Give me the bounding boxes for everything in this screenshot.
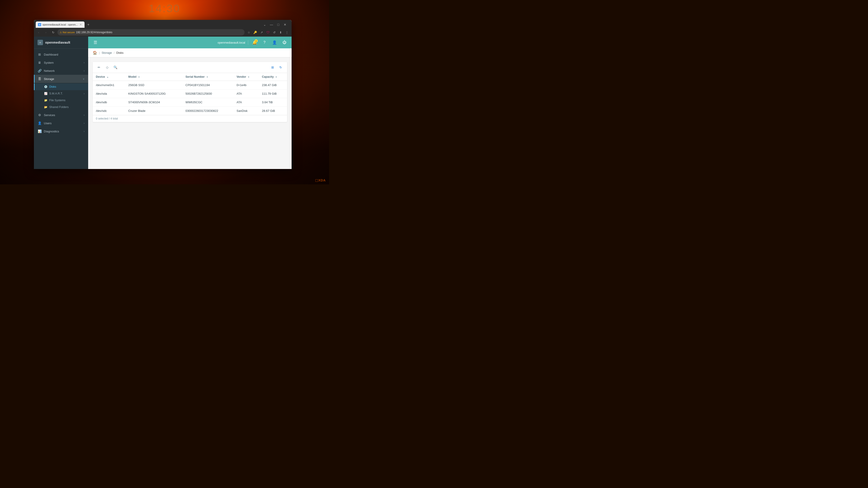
sidebar-subitem-disks[interactable]: 💿 Disks (34, 84, 88, 90)
sidebar-subitem-shared-folders[interactable]: 📂 Shared Folders (34, 104, 88, 110)
network-arrow-icon: › (84, 69, 85, 72)
hostname-label: openmediavault.local (218, 41, 245, 44)
tab-favicon: 🖥 (38, 23, 41, 26)
disks-table: Device ▲ Model ⇕ Serial Number ⇕ Vendor … (93, 73, 287, 115)
table-row[interactable]: /dev/sdc Cruzer Blade 030002260317230308… (93, 107, 287, 115)
sidebar-item-dashboard-label: Dashboard (44, 53, 85, 56)
sidebar-item-network-label: Network (44, 69, 81, 72)
panel-status: 0 selected / 4 total (93, 115, 287, 122)
notification-badge: 1 (254, 39, 258, 42)
cell-serial-2: WW635CGC (182, 98, 234, 107)
cell-vendor-2: ATA (233, 98, 258, 107)
history-button[interactable]: ↺ (271, 29, 277, 35)
back-button[interactable]: ‹ (36, 29, 41, 35)
user-button[interactable]: 👤 (271, 39, 278, 46)
col-vendor[interactable]: Vendor ⇕ (233, 73, 258, 81)
share-button[interactable]: ↗ (258, 29, 265, 35)
disks-panel: ✏ ◇ 🔍 ⊞ ↻ Device ▲ Model ⇕ S (93, 62, 287, 122)
cell-capacity-0: 238.47 GiB (259, 81, 287, 90)
users-icon: 👤 (37, 121, 41, 125)
sidebar-item-storage[interactable]: 🗄 Storage ∨ (34, 75, 88, 83)
cell-model-0: 256GB SSD (125, 81, 182, 90)
diagnostics-arrow-icon: › (84, 130, 85, 133)
sidebar-item-system[interactable]: 🖥 System › (34, 59, 88, 67)
forward-button[interactable]: › (43, 29, 49, 35)
reload-button[interactable]: ↻ (50, 29, 56, 35)
sidebar-subitem-shared-folders-label: Shared Folders (49, 105, 68, 109)
col-device[interactable]: Device ▲ (93, 73, 125, 81)
key-icon[interactable]: 🔑 (252, 29, 258, 35)
disks-icon: 💿 (44, 85, 48, 89)
panel-toolbar: ✏ ◇ 🔍 ⊞ ↻ (93, 62, 287, 73)
sidebar-item-network[interactable]: 🔗 Network › (34, 67, 88, 75)
active-tab[interactable]: 🖥 openmediavault.local - openm... ✕ (36, 22, 85, 28)
table-row[interactable]: /dev/sda KINGSTON SA400S37120G 50026B728… (93, 90, 287, 98)
help-button[interactable]: ? (261, 39, 268, 46)
address-input[interactable]: ⚠ Not secure 192.168.29.92/#/storage/dis… (57, 29, 245, 35)
search-button[interactable]: 🔍 (112, 64, 119, 71)
security-icon: ⚠ Not secure (60, 31, 74, 34)
edit-button[interactable]: ✏ (95, 64, 103, 71)
breadcrumb-storage[interactable]: Storage (101, 51, 112, 55)
col-model[interactable]: Model ⇕ (125, 73, 182, 81)
shared-folders-icon: 📂 (44, 105, 48, 109)
sidebar-subitem-filesystems-label: File Systems (49, 99, 66, 102)
window-controls: ⌄ — □ ✕ (262, 22, 290, 28)
sort-device-icon: ▲ (107, 76, 109, 78)
notifications-button[interactable]: 🔔 1 (251, 39, 258, 46)
grid-view-button[interactable]: ⊞ (269, 64, 276, 71)
sidebar-item-system-label: System (44, 61, 81, 64)
power-button[interactable]: ⏻ (281, 39, 288, 46)
desktop-clock: 14:30 (149, 2, 180, 15)
main-content: ☰ openmediavault.local 🔔 1 ? 👤 ⏻ 🏠 | Sto… (88, 37, 291, 169)
erase-button[interactable]: ◇ (103, 64, 111, 71)
menu-toggle-button[interactable]: ☰ (92, 39, 99, 46)
bookmark-button[interactable]: ☆ (246, 29, 252, 35)
breadcrumb: 🏠 | Storage / Disks (88, 48, 291, 57)
close-button[interactable]: ✕ (282, 22, 288, 28)
sidebar-subitem-smart[interactable]: 📈 S.M.A.R.T. › (34, 90, 88, 97)
table-body: /dev/nvme0n1 256GB SSD CP041BY1501194 0×… (93, 81, 287, 115)
breadcrumb-sep-1: | (99, 51, 100, 55)
tab-close-button[interactable]: ✕ (79, 23, 82, 26)
downloads-button[interactable]: ⬇ (278, 29, 283, 35)
sidebar-item-dashboard[interactable]: ⊞ Dashboard (34, 51, 88, 59)
cell-vendor-1: ATA (233, 90, 258, 98)
table-row[interactable]: /dev/sdb ST4000VN006-3CW104 WW635CGC ATA… (93, 98, 287, 107)
browser-actions: ☆ 🔑 ↗ 🛡 ↺ ⬇ ⋮ (246, 29, 290, 35)
col-serial[interactable]: Serial Number ⇕ (182, 73, 234, 81)
sidebar: ≡ openmediavault ⊞ Dashboard 🖥 System › … (34, 37, 88, 169)
table-row[interactable]: /dev/nvme0n1 256GB SSD CP041BY1501194 0×… (93, 81, 287, 90)
cell-serial-3: 03000226031723030822 (182, 107, 234, 115)
sidebar-item-users[interactable]: 👤 Users › (34, 119, 88, 127)
refresh-button[interactable]: ↻ (277, 64, 284, 71)
col-capacity[interactable]: Capacity ⇕ (259, 73, 287, 81)
dashboard-icon: ⊞ (37, 53, 41, 57)
breadcrumb-home-icon[interactable]: 🏠 (93, 51, 97, 55)
maximize-button[interactable]: □ (275, 22, 281, 28)
browser-chrome: 🖥 openmediavault.local - openm... ✕ + ⌄ … (34, 20, 291, 37)
storage-icon: 🗄 (37, 77, 41, 81)
sidebar-item-services[interactable]: ⚙ Services › (34, 111, 88, 119)
services-icon: ⚙ (37, 113, 41, 117)
sidebar-subitem-filesystems[interactable]: 📁 File Systems (34, 97, 88, 104)
content-area: ✏ ◇ 🔍 ⊞ ↻ Device ▲ Model ⇕ S (88, 57, 291, 169)
sort-capacity-icon: ⇕ (275, 76, 277, 78)
tab-list-button[interactable]: ⌄ (262, 22, 268, 28)
cell-vendor-0: 0×1e4b (233, 81, 258, 90)
cell-capacity-3: 28.67 GiB (259, 107, 287, 115)
new-tab-button[interactable]: + (86, 22, 91, 28)
sidebar-item-diagnostics-label: Diagnostics (44, 130, 81, 133)
breadcrumb-disks: Disks (116, 51, 124, 55)
sidebar-item-services-label: Services (44, 113, 81, 117)
cell-capacity-1: 111.79 GiB (259, 90, 287, 98)
sidebar-item-diagnostics[interactable]: 📊 Diagnostics › (34, 127, 88, 135)
brave-shield-button[interactable]: 🛡 (265, 29, 271, 35)
system-icon: 🖥 (37, 61, 41, 65)
sidebar-subitem-disks-label: Disks (49, 85, 56, 88)
cell-device-0: /dev/nvme0n1 (93, 81, 125, 90)
menu-button[interactable]: ⋮ (284, 29, 290, 35)
minimize-button[interactable]: — (269, 22, 274, 28)
sidebar-item-storage-label: Storage (44, 77, 81, 80)
cell-device-1: /dev/sda (93, 90, 125, 98)
